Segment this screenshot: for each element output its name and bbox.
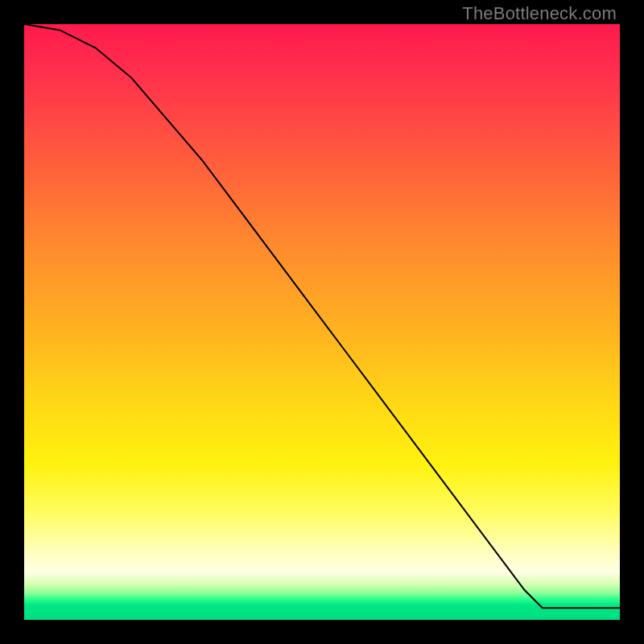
chart-frame: TheBottleneck.com: [0, 0, 644, 644]
data-markers: [428, 463, 613, 609]
watermark-text: TheBottleneck.com: [462, 3, 617, 24]
chart-plot-area: [24, 24, 620, 620]
chart-svg: [24, 24, 620, 620]
main-curve: [24, 24, 620, 608]
